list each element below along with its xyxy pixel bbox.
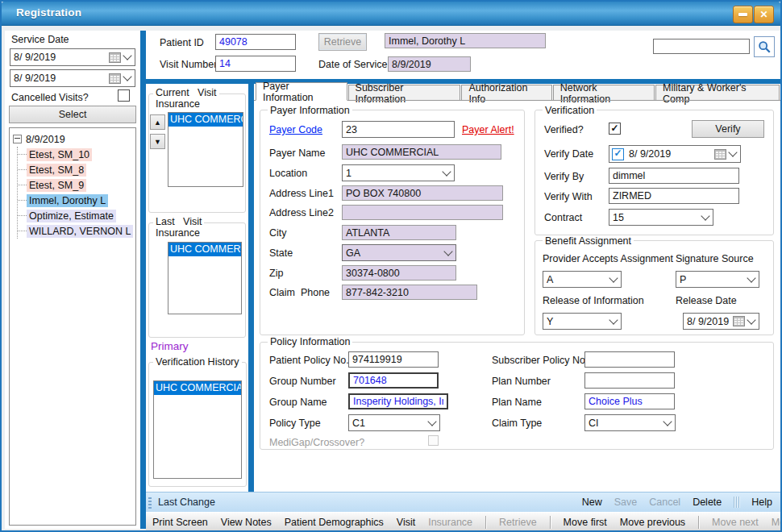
insurance-button[interactable]: Insurance [428, 517, 472, 528]
current-insurance-item[interactable]: UHC COMMERCIAL [168, 113, 243, 127]
tab-network-information[interactable]: Network Information [553, 85, 655, 101]
cancelled-visits-checkbox[interactable] [118, 89, 130, 102]
medigap-checkbox[interactable] [428, 435, 439, 446]
last-insurance-item[interactable]: UHC COMMERCIAL [168, 243, 241, 256]
group-number-input[interactable] [348, 372, 439, 389]
verified-checkbox[interactable]: ✓ [609, 123, 621, 135]
service-date-to-picker[interactable]: 8/ 9/2019 [10, 69, 135, 87]
insurance-down-button[interactable]: ▼ [150, 134, 165, 149]
state-dropdown[interactable]: GA [342, 244, 456, 261]
tree-branch-line [18, 154, 27, 155]
save-button[interactable]: Save [614, 497, 638, 508]
toolbar-retrieve-button[interactable]: Retrieve [499, 517, 537, 528]
tab-military-workers-comp[interactable]: Military & Worker's Comp [655, 85, 780, 101]
tree-item[interactable]: Etest, SM_10 [18, 147, 135, 162]
tree-item-label[interactable]: Immel, Dorothy L [27, 194, 108, 207]
tree-item[interactable]: Optimize, Estimate [18, 208, 135, 223]
subscriber-policy-input[interactable] [584, 351, 675, 368]
cancel-button[interactable]: Cancel [649, 497, 680, 508]
verify-button[interactable]: Verify [692, 120, 764, 138]
verify-date-picker[interactable]: ✓ 8/ 9/2019 [609, 145, 741, 163]
down-arrow-icon: ▼ [154, 138, 161, 146]
tree-item-label[interactable]: Etest, SM_8 [27, 164, 86, 177]
statusbar-grip-handle[interactable] [148, 496, 152, 509]
verified-label: Verified? [544, 124, 584, 135]
view-notes-button[interactable]: View Notes [221, 517, 272, 528]
payer-code-input[interactable] [342, 121, 455, 138]
new-button[interactable]: New [582, 497, 602, 508]
policy-type-label: Policy Type [269, 418, 321, 429]
patient-demographics-button[interactable]: Patient Demographics [285, 517, 384, 528]
tree-item-label[interactable]: Optimize, Estimate [27, 210, 116, 222]
close-button[interactable]: ✕ [754, 6, 774, 23]
move-next-button[interactable]: Move next [712, 517, 759, 528]
policy-type-dropdown[interactable]: C1 [348, 414, 440, 431]
calendar-icon [109, 52, 121, 63]
verify-date-checkbox[interactable]: ✓ [612, 148, 624, 160]
release-info-dropdown[interactable]: Y [543, 313, 622, 330]
payer-information-group-label: Payer Information [268, 105, 352, 116]
tree-item-label[interactable]: Etest, SM_9 [27, 179, 86, 192]
visit-number-input[interactable] [215, 56, 296, 72]
patient-header-panel: Patient ID Retrieve Immel, Dorothy L Vis… [146, 31, 780, 79]
search-input[interactable] [653, 39, 750, 54]
contract-dropdown[interactable]: 15 [609, 209, 713, 226]
verification-group-label: Verification [543, 105, 597, 116]
signature-source-dropdown[interactable]: P [676, 271, 759, 288]
claim-type-dropdown[interactable]: CI [584, 414, 676, 431]
insurance-up-button[interactable]: ▲ [150, 114, 165, 130]
move-previous-button[interactable]: Move previous [620, 517, 685, 528]
tab-payer-information[interactable]: Payer Information [256, 82, 347, 101]
tree-item[interactable]: WILLARD, VERNON L [18, 223, 135, 239]
calendar-icon [733, 316, 745, 326]
status-bar: Last Change New Save Cancel Delete Help [146, 492, 780, 512]
verify-with-input[interactable] [609, 188, 739, 204]
verification-history-list[interactable]: UHC COMMERCIAL [153, 380, 242, 479]
print-screen-button[interactable]: Print Screen [152, 517, 208, 528]
search-button[interactable] [754, 36, 775, 57]
statusbar-help-button[interactable]: Help [751, 497, 772, 508]
select-button[interactable]: Select [9, 106, 136, 123]
payer-code-link[interactable]: Payer Code [269, 124, 322, 135]
plan-number-input[interactable] [584, 372, 675, 389]
group-name-input[interactable] [348, 393, 448, 409]
location-dropdown[interactable]: 1 [342, 164, 455, 181]
title-bar[interactable]: Registration ✕ [2, 2, 780, 26]
cancelled-visits-label: Cancelled Visits? [11, 92, 89, 103]
chevron-down-icon [609, 273, 618, 282]
last-insurance-list[interactable]: UHC COMMERCIAL [168, 242, 242, 314]
tree-item-label[interactable]: WILLARD, VERNON L [27, 225, 133, 238]
release-date-picker[interactable]: 8/ 9/2019 [683, 313, 759, 330]
zip-field: 30374-0800 [342, 265, 456, 281]
verification-history-item[interactable]: UHC COMMERCIAL [154, 381, 241, 395]
tree-item[interactable]: Etest, SM_9 [18, 177, 135, 193]
patient-id-input[interactable] [215, 34, 296, 50]
visit-button[interactable]: Visit [397, 517, 415, 528]
move-first-button[interactable]: Move first [564, 517, 607, 528]
visit-tree[interactable]: 8/9/2019 Etest, SM_10 Etest, SM_8 Etest,… [9, 127, 136, 526]
minimize-button[interactable] [733, 6, 753, 23]
tree-item-selected[interactable]: Immel, Dorothy L [18, 193, 135, 208]
contract-value: 15 [613, 212, 702, 223]
current-insurance-list[interactable]: UHC COMMERCIAL [168, 112, 243, 187]
check-icon: ✓ [614, 148, 622, 158]
tree-root[interactable]: 8/9/2019 [13, 131, 135, 147]
release-info-label: Release of Information [543, 295, 644, 306]
tab-subscriber-information[interactable]: Subscriber Information [348, 85, 461, 101]
retrieve-button[interactable]: Retrieve [318, 33, 367, 51]
tree-item[interactable]: Etest, SM_8 [18, 162, 135, 177]
tree-collapse-icon[interactable] [13, 135, 22, 143]
verify-by-input[interactable] [609, 168, 739, 184]
patient-policy-input[interactable] [348, 351, 439, 368]
tree-item-label[interactable]: Etest, SM_10 [27, 148, 92, 161]
state-label: State [269, 247, 293, 259]
city-field: ATLANTA [342, 225, 456, 240]
plan-name-input[interactable] [584, 393, 675, 409]
tab-authorization-info[interactable]: Authorization Info [461, 85, 551, 101]
payer-alert-link[interactable]: Payer Alert! [462, 124, 514, 135]
service-date-from-picker[interactable]: 8/ 9/2019 [10, 48, 135, 66]
provider-accepts-dropdown[interactable]: A [543, 271, 622, 288]
move-last-button[interactable]: Move last [772, 517, 782, 528]
tree-root-date[interactable]: 8/9/2019 [26, 134, 65, 145]
delete-button[interactable]: Delete [693, 497, 722, 508]
